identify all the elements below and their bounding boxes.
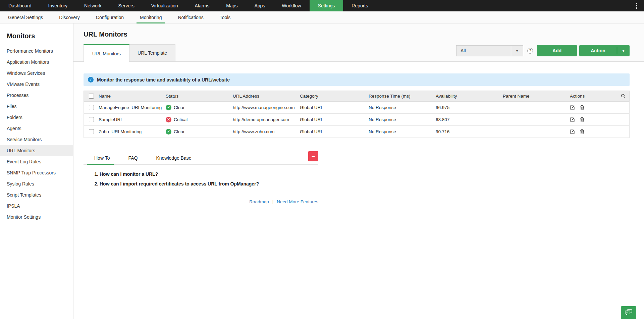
status-label: Clear (174, 105, 184, 110)
roadmap-link[interactable]: Roadmap (249, 199, 269, 204)
edit-icon[interactable] (570, 129, 575, 134)
info-banner: i Monitor the response time and availabi… (84, 73, 630, 86)
topnav-apps[interactable]: Apps (246, 0, 273, 11)
subnav-general-settings[interactable]: General Settings (0, 11, 51, 23)
status-critical-icon: ✕ (166, 117, 171, 122)
chat-bubbles-icon (625, 309, 633, 316)
response-time: No Response (369, 117, 436, 122)
topnav-inventory[interactable]: Inventory (40, 0, 76, 11)
sidebar-item-windows-services[interactable]: Windows Services (0, 67, 73, 78)
topnav-workflow[interactable]: Workflow (273, 0, 309, 11)
monitor-name[interactable]: ManageEngine_URLMonitoring (99, 105, 166, 110)
monitors-sidebar: Monitors Performance Monitors Applicatio… (0, 23, 73, 319)
sidebar-item-url-monitors[interactable]: URL Monitors (0, 145, 73, 156)
subnav-monitoring[interactable]: Monitoring (132, 11, 170, 23)
topnav-servers[interactable]: Servers (110, 0, 143, 11)
url-tabs: URL Monitors URL Template (84, 44, 175, 61)
help-question[interactable]: How can I monitor a URL? (100, 171, 318, 177)
monitor-name[interactable]: Zoho_URLMonitoring (99, 129, 166, 134)
help-tab-how-to[interactable]: How To (94, 151, 110, 164)
help-panel: How To FAQ Knowledge Base – How can I mo… (84, 151, 318, 204)
chevron-down-icon: ▾ (511, 46, 523, 56)
add-button[interactable]: Add (537, 45, 577, 56)
tab-url-template[interactable]: URL Template (129, 44, 175, 61)
sidebar-item-files[interactable]: Files (0, 101, 73, 112)
action-button[interactable]: Action ▾ (579, 45, 630, 56)
help-tab-knowledge-base[interactable]: Knowledge Base (156, 151, 191, 164)
sidebar-item-script-templates[interactable]: Script Templates (0, 189, 73, 200)
header-name: Name (99, 94, 166, 99)
link-separator: | (272, 199, 274, 204)
top-navigation-bar: Dashboard Inventory Network Servers Virt… (0, 0, 644, 11)
subnav-discovery[interactable]: Discovery (51, 11, 88, 23)
row-checkbox[interactable] (89, 105, 94, 110)
sidebar-item-event-log-rules[interactable]: Event Log Rules (0, 156, 73, 167)
status-clear-icon: ✓ (166, 129, 171, 135)
sidebar-item-syslog-rules[interactable]: Syslog Rules (0, 178, 73, 189)
url-address: http://www.zoho.com (233, 129, 300, 134)
table-search-icon[interactable] (621, 94, 626, 99)
delete-icon[interactable] (580, 129, 584, 134)
topnav-maps[interactable]: Maps (218, 0, 246, 11)
sidebar-item-application-monitors[interactable]: Application Monitors (0, 56, 73, 67)
category: Global URL (300, 105, 369, 110)
help-question[interactable]: How can I import required certificates t… (100, 181, 318, 187)
row-checkbox[interactable] (89, 117, 94, 122)
header-status: Status (166, 94, 233, 99)
parent-name: - (503, 117, 570, 122)
filter-selected-value: All (457, 48, 511, 53)
sidebar-item-processes[interactable]: Processes (0, 90, 73, 101)
topnav-alarms[interactable]: Alarms (186, 0, 218, 11)
info-banner-text: Monitor the response time and availabili… (97, 77, 230, 83)
settings-subnav: General Settings Discovery Configuration… (0, 11, 644, 23)
page-title: URL Monitors (84, 23, 630, 38)
chat-support-button[interactable] (621, 306, 636, 319)
subnav-configuration[interactable]: Configuration (88, 11, 132, 23)
topnav-settings[interactable]: Settings (310, 0, 343, 11)
status-clear-icon: ✓ (166, 105, 171, 110)
parent-name: - (503, 129, 570, 134)
filter-dropdown[interactable]: All ▾ (456, 45, 523, 56)
divider (84, 194, 318, 194)
collapse-help-button[interactable]: – (308, 151, 318, 161)
sidebar-item-performance-monitors[interactable]: Performance Monitors (0, 45, 73, 56)
header-actions: Actions (570, 94, 617, 99)
sidebar-item-snmp-trap-processors[interactable]: SNMP Trap Processors (0, 167, 73, 178)
sidebar-item-agents[interactable]: Agents (0, 123, 73, 134)
tab-url-monitors[interactable]: URL Monitors (84, 44, 129, 62)
need-more-features-link[interactable]: Need More Features (277, 199, 318, 204)
category: Global URL (300, 117, 369, 122)
edit-icon[interactable] (570, 117, 575, 122)
topnav-dashboard[interactable]: Dashboard (0, 0, 40, 11)
topnav-network[interactable]: Network (76, 0, 110, 11)
sidebar-item-service-monitors[interactable]: Service Monitors (0, 134, 73, 145)
action-button-label: Action (579, 48, 617, 53)
header-response-time: Response Time (ms) (369, 94, 436, 99)
select-all-checkbox[interactable] (89, 94, 94, 99)
status-label: Clear (174, 129, 184, 134)
url-address: http://www.manageengine.com (233, 105, 300, 110)
info-icon: i (88, 77, 94, 83)
sidebar-item-vmware-events[interactable]: VMware Events (0, 78, 73, 90)
availability: 96.975 (436, 105, 503, 110)
table-row: SampleURL ✕Critical http://demo.opmanage… (84, 114, 630, 126)
help-icon[interactable]: ? (527, 48, 533, 54)
parent-name: - (503, 105, 570, 110)
subnav-notifications[interactable]: Notifications (170, 11, 211, 23)
topnav-virtualization[interactable]: Virtualization (143, 0, 186, 11)
sidebar-item-ipsla[interactable]: IPSLA (0, 200, 73, 211)
help-tab-faq[interactable]: FAQ (128, 151, 138, 164)
edit-icon[interactable] (570, 105, 575, 110)
subnav-tools[interactable]: Tools (212, 11, 239, 23)
topnav-reports[interactable]: Reports (343, 0, 376, 11)
row-checkbox[interactable] (89, 129, 94, 134)
kebab-menu-icon[interactable] (629, 0, 644, 11)
delete-icon[interactable] (580, 105, 584, 110)
sidebar-item-monitor-settings[interactable]: Monitor Settings (0, 211, 73, 222)
sidebar-item-folders[interactable]: Folders (0, 112, 73, 123)
header-availability: Availability (436, 94, 503, 99)
delete-icon[interactable] (580, 117, 584, 122)
monitor-name[interactable]: SampleURL (99, 117, 166, 122)
status-label: Critical (174, 117, 187, 122)
chevron-down-icon[interactable]: ▾ (617, 47, 630, 54)
